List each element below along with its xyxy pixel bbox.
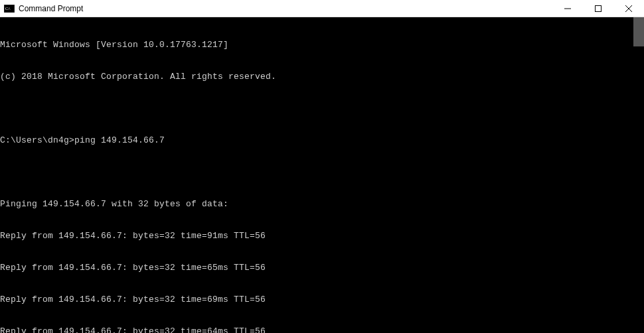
- terminal-line: Reply from 149.154.66.7: bytes=32 time=6…: [0, 326, 644, 333]
- maximize-button[interactable]: [583, 0, 613, 17]
- terminal-line: (c) 2018 Microsoft Corporation. All righ…: [0, 72, 644, 82]
- terminal-line: Reply from 149.154.66.7: bytes=32 time=6…: [0, 263, 644, 273]
- scrollbar-thumb[interactable]: [633, 17, 644, 46]
- terminal-line: Reply from 149.154.66.7: bytes=32 time=6…: [0, 295, 644, 305]
- terminal-line: [0, 167, 644, 178]
- minimize-button[interactable]: [552, 0, 583, 17]
- terminal-line: Pinging 149.154.66.7 with 32 bytes of da…: [0, 199, 644, 210]
- close-button[interactable]: [613, 0, 644, 17]
- titlebar[interactable]: C:\ Command Prompt: [0, 0, 644, 17]
- svg-rect-3: [596, 5, 602, 11]
- svg-text:C:\: C:\: [5, 7, 11, 11]
- window-controls: [552, 0, 644, 17]
- terminal-output: Microsoft Windows [Version 10.0.17763.12…: [0, 17, 644, 333]
- window-title: Command Prompt: [19, 4, 552, 13]
- scrollbar[interactable]: [633, 17, 644, 333]
- terminal-line: [0, 103, 644, 114]
- terminal-line: C:\Users\dn4g>ping 149.154.66.7: [0, 135, 644, 146]
- terminal-area[interactable]: Microsoft Windows [Version 10.0.17763.12…: [0, 17, 644, 333]
- cmd-icon: C:\: [4, 4, 15, 13]
- terminal-line: Reply from 149.154.66.7: bytes=32 time=9…: [0, 231, 644, 241]
- terminal-line: Microsoft Windows [Version 10.0.17763.12…: [0, 40, 644, 50]
